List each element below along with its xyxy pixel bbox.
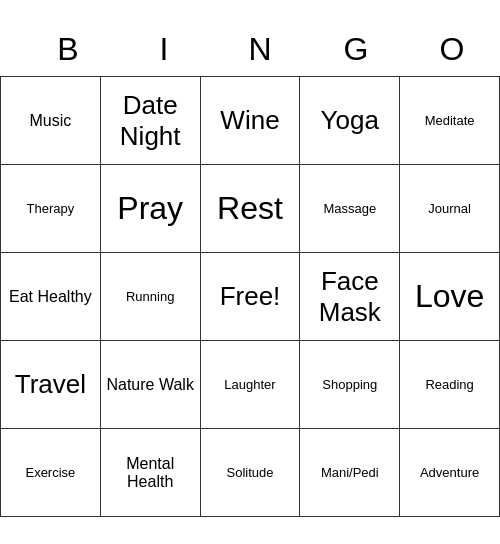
bingo-cell: Date Night (100, 77, 200, 165)
bingo-cell: Nature Walk (100, 341, 200, 429)
bingo-cell: Journal (400, 165, 500, 253)
bingo-cell: Massage (300, 165, 400, 253)
bingo-cell: Love (400, 253, 500, 341)
bingo-cell: Music (1, 77, 101, 165)
bingo-cell: Free! (200, 253, 300, 341)
header-letter: G (308, 27, 404, 72)
header-letter: I (116, 27, 212, 72)
bingo-cell: Therapy (1, 165, 101, 253)
bingo-cell: Reading (400, 341, 500, 429)
bingo-cell: Wine (200, 77, 300, 165)
bingo-cell: Exercise (1, 429, 101, 517)
bingo-cell: Mani/Pedi (300, 429, 400, 517)
bingo-header: BINGO (0, 27, 500, 72)
bingo-grid: MusicDate NightWineYogaMeditateTherapyPr… (0, 76, 500, 517)
bingo-cell: Running (100, 253, 200, 341)
header-letter: N (212, 27, 308, 72)
bingo-cell: Face Mask (300, 253, 400, 341)
header-letter: O (404, 27, 500, 72)
bingo-cell: Travel (1, 341, 101, 429)
bingo-cell: Yoga (300, 77, 400, 165)
bingo-cell: Shopping (300, 341, 400, 429)
header-letter: B (20, 27, 116, 72)
bingo-cell: Solitude (200, 429, 300, 517)
bingo-cell: Eat Healthy (1, 253, 101, 341)
bingo-cell: Rest (200, 165, 300, 253)
bingo-cell: Meditate (400, 77, 500, 165)
bingo-cell: Mental Health (100, 429, 200, 517)
bingo-cell: Adventure (400, 429, 500, 517)
bingo-cell: Laughter (200, 341, 300, 429)
bingo-cell: Pray (100, 165, 200, 253)
